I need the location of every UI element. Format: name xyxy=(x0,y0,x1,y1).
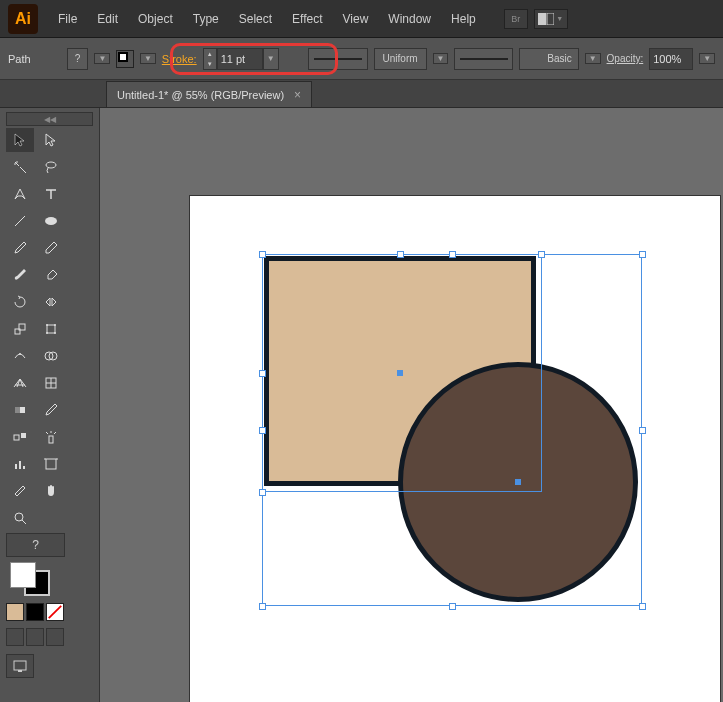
svg-rect-33 xyxy=(18,670,22,672)
options-bar: Path ? ▼ ▼ Stroke: ▲▼ ▼ Uniform ▼ Basic … xyxy=(0,38,723,80)
svg-point-12 xyxy=(19,353,21,355)
help-dropdown[interactable]: ▼ xyxy=(94,53,110,64)
svg-point-11 xyxy=(54,332,56,334)
svg-line-31 xyxy=(49,606,61,618)
perspective-grid-tool[interactable] xyxy=(6,371,34,395)
menu-object[interactable]: Object xyxy=(128,8,183,30)
draw-behind-mode[interactable] xyxy=(26,628,44,646)
selection-mode-label: Path xyxy=(8,53,31,65)
reflect-tool[interactable] xyxy=(37,290,65,314)
menu-bar: Ai File Edit Object Type Select Effect V… xyxy=(0,0,723,38)
free-transform-tool[interactable] xyxy=(37,317,65,341)
svg-line-3 xyxy=(15,216,25,226)
document-tab-title: Untitled-1* @ 55% (RGB/Preview) xyxy=(117,89,284,101)
svg-rect-24 xyxy=(19,461,21,469)
svg-rect-25 xyxy=(23,466,25,469)
draw-inside-mode[interactable] xyxy=(46,628,64,646)
svg-rect-7 xyxy=(47,325,55,333)
stroke-weight-stepper[interactable]: ▲▼ ▼ xyxy=(203,48,279,70)
svg-point-29 xyxy=(15,513,23,521)
svg-rect-32 xyxy=(14,661,26,670)
menu-file[interactable]: File xyxy=(48,8,87,30)
brush-thumbnail[interactable] xyxy=(454,48,513,70)
profile-thumbnail[interactable] xyxy=(308,48,367,70)
menu-select[interactable]: Select xyxy=(229,8,282,30)
help-button[interactable]: ? xyxy=(67,48,89,70)
profile-dropdown[interactable]: ▼ xyxy=(433,53,449,64)
paintbrush-tool[interactable] xyxy=(6,236,34,260)
document-tab[interactable]: Untitled-1* @ 55% (RGB/Preview) × xyxy=(106,81,312,107)
draw-normal-mode[interactable] xyxy=(6,628,24,646)
opacity-input[interactable] xyxy=(649,48,693,70)
brush-dropdown[interactable]: ▼ xyxy=(585,53,601,64)
stroke-weight-input[interactable] xyxy=(217,48,263,70)
screen-mode-button[interactable] xyxy=(6,654,34,678)
panel-drag-handle[interactable]: ◀◀ xyxy=(6,112,93,126)
menu-window[interactable]: Window xyxy=(378,8,441,30)
fill-stroke-swatch[interactable] xyxy=(6,562,65,598)
selection-tool[interactable] xyxy=(6,128,34,152)
brush-basic-label[interactable]: Basic xyxy=(519,48,578,70)
ellipse-shape[interactable] xyxy=(398,362,638,602)
fill-swatch[interactable] xyxy=(10,562,36,588)
blend-tool[interactable] xyxy=(6,425,34,449)
rotate-tool[interactable] xyxy=(6,290,34,314)
svg-rect-1 xyxy=(547,13,554,25)
opacity-label[interactable]: Opacity: xyxy=(607,53,644,64)
zoom-tool[interactable] xyxy=(6,506,34,530)
magic-wand-tool[interactable] xyxy=(6,155,34,179)
profile-label[interactable]: Uniform xyxy=(374,48,427,70)
svg-point-10 xyxy=(46,332,48,334)
eraser-tool[interactable] xyxy=(37,263,65,287)
menu-effect[interactable]: Effect xyxy=(282,8,332,30)
stroke-weight-arrows[interactable]: ▲▼ xyxy=(203,48,217,70)
color-swatch-none[interactable] xyxy=(46,603,64,621)
layout-button[interactable]: ▼ xyxy=(534,9,568,29)
svg-rect-20 xyxy=(14,435,19,440)
color-swatch-black[interactable] xyxy=(26,603,44,621)
eyedropper-tool[interactable] xyxy=(37,398,65,422)
stroke-label[interactable]: Stroke: xyxy=(162,53,197,65)
stroke-color-swatch[interactable] xyxy=(116,50,134,68)
document-tab-bar: Untitled-1* @ 55% (RGB/Preview) × xyxy=(0,80,723,108)
mesh-tool[interactable] xyxy=(37,371,65,395)
svg-rect-19 xyxy=(15,407,20,413)
pencil-tool[interactable] xyxy=(37,236,65,260)
symbol-sprayer-tool[interactable] xyxy=(37,425,65,449)
slice-tool[interactable] xyxy=(6,479,34,503)
direct-selection-tool[interactable] xyxy=(37,128,65,152)
app-icon: Ai xyxy=(8,4,38,34)
menu-view[interactable]: View xyxy=(333,8,379,30)
type-tool[interactable] xyxy=(37,182,65,206)
shape-builder-tool[interactable] xyxy=(37,344,65,368)
unknown-tool-row[interactable]: ? xyxy=(6,533,65,557)
svg-point-8 xyxy=(46,324,48,326)
svg-rect-22 xyxy=(49,436,53,443)
ellipse-tool[interactable] xyxy=(37,209,65,233)
svg-rect-0 xyxy=(538,13,546,25)
menu-edit[interactable]: Edit xyxy=(87,8,128,30)
opacity-dropdown[interactable]: ▼ xyxy=(699,53,715,64)
menu-help[interactable]: Help xyxy=(441,8,486,30)
tools-panel: ◀◀ xyxy=(0,108,100,702)
hand-tool[interactable] xyxy=(37,479,65,503)
menu-type[interactable]: Type xyxy=(183,8,229,30)
gradient-tool[interactable] xyxy=(6,398,34,422)
lasso-tool[interactable] xyxy=(37,155,65,179)
artboard-tool[interactable] xyxy=(37,452,65,476)
stroke-color-dropdown[interactable]: ▼ xyxy=(140,53,156,64)
blob-brush-tool[interactable] xyxy=(6,263,34,287)
width-tool[interactable] xyxy=(6,344,34,368)
stroke-weight-dropdown[interactable]: ▼ xyxy=(263,48,279,70)
line-tool[interactable] xyxy=(6,209,34,233)
svg-point-4 xyxy=(45,217,57,225)
pen-tool[interactable] xyxy=(6,182,34,206)
svg-rect-23 xyxy=(15,464,17,469)
scale-tool[interactable] xyxy=(6,317,34,341)
canvas-area[interactable] xyxy=(100,108,723,702)
bridge-button[interactable]: Br xyxy=(504,9,528,29)
color-swatch-tan[interactable] xyxy=(6,603,24,621)
column-graph-tool[interactable] xyxy=(6,452,34,476)
svg-point-2 xyxy=(46,162,56,168)
close-tab-icon[interactable]: × xyxy=(294,88,301,102)
